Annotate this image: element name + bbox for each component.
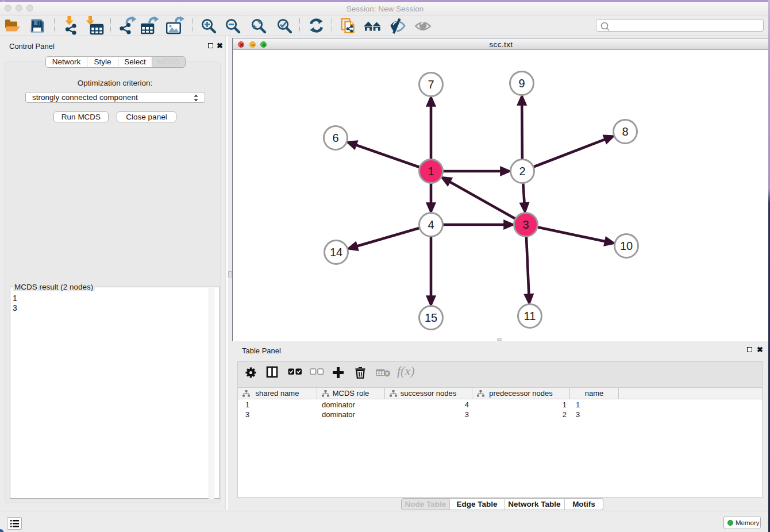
svg-text:15: 15 [425,311,437,324]
svg-text:10: 10 [620,240,633,252]
svg-text:9: 9 [518,77,525,90]
svg-text:2: 2 [519,165,525,178]
svg-text:4: 4 [428,218,434,231]
svg-text:14: 14 [330,246,342,259]
svg-text:6: 6 [332,132,338,144]
svg-text:1: 1 [428,165,434,178]
svg-text:8: 8 [622,125,628,138]
svg-text:11: 11 [524,310,536,322]
svg-text:7: 7 [428,78,434,91]
svg-text:3: 3 [522,218,529,231]
